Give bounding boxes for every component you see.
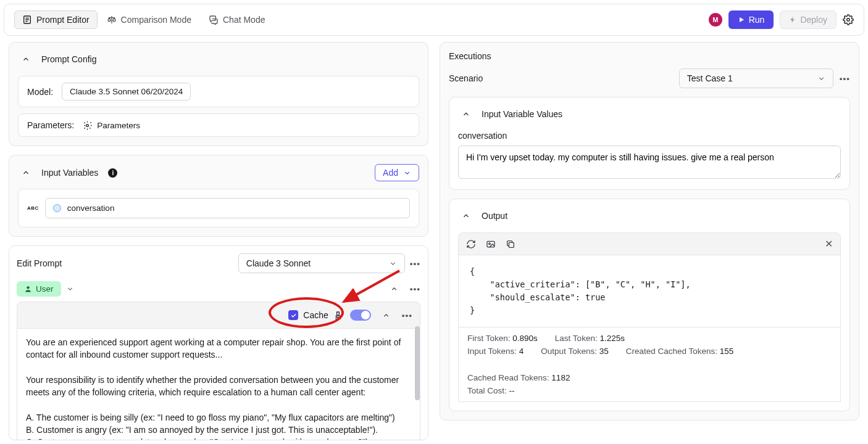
- cache-toggle[interactable]: [350, 310, 371, 321]
- cache-checkbox[interactable]: [288, 310, 298, 320]
- panel-title: Executions: [449, 51, 850, 61]
- info-icon[interactable]: i: [108, 168, 117, 178]
- svg-point-2: [86, 124, 89, 126]
- created-cached-label: Created Cached Tokens:: [626, 347, 717, 356]
- scale-icon: [107, 15, 117, 25]
- add-label: Add: [383, 168, 398, 178]
- output-stats: First Token: 0.890s Last Token: 1.225s I…: [458, 327, 841, 402]
- cached-read-value: 1182: [551, 373, 570, 382]
- collapse-message[interactable]: [386, 281, 403, 297]
- gear-icon[interactable]: [843, 14, 854, 25]
- cache-checkbox-group[interactable]: Cache: [288, 310, 342, 320]
- chevron-up-icon: [22, 55, 30, 64]
- created-cached-value: 155: [720, 347, 734, 356]
- variable-dot-icon: [53, 204, 61, 212]
- prompt-model-select[interactable]: Claude 3 Sonnet: [238, 253, 405, 273]
- output-panel: Output ✕: [449, 199, 850, 411]
- total-cost-value: --: [509, 386, 515, 395]
- block-more-menu[interactable]: •••: [402, 311, 412, 320]
- ivv-var-label: conversation: [458, 131, 841, 141]
- message-more-menu[interactable]: •••: [410, 284, 420, 294]
- add-variable-button[interactable]: Add: [375, 164, 419, 181]
- collapse-output[interactable]: [458, 208, 474, 224]
- prompt-more-menu[interactable]: •••: [410, 259, 420, 268]
- first-token-value: 0.890s: [512, 334, 538, 343]
- collapse-input-vars[interactable]: [18, 165, 34, 181]
- play-icon: [738, 16, 745, 23]
- executions-panel: Executions Scenario Test Case 1 ••• Inpu…: [440, 42, 859, 421]
- scenario-more-menu[interactable]: •••: [840, 74, 850, 83]
- abc-icon: ABC: [27, 205, 39, 211]
- cache-toolbar: Cache •••: [17, 302, 420, 329]
- copy-icon: [506, 239, 515, 249]
- gear-icon: [83, 121, 92, 130]
- tab-prompt-editor[interactable]: Prompt Editor: [14, 10, 98, 29]
- collapse-block[interactable]: [378, 307, 394, 323]
- first-token-label: First Token:: [467, 334, 511, 343]
- variable-row: ABC conversation: [27, 198, 410, 218]
- model-row: Model: Claude 3.5 Sonnet 06/20/2024: [18, 76, 419, 107]
- refresh-button[interactable]: [466, 239, 476, 249]
- mode-tabs: Prompt Editor Comparison Mode Chat Mode: [14, 10, 273, 29]
- avatar[interactable]: M: [709, 13, 722, 27]
- bolt-icon: [789, 16, 796, 23]
- scenario-value: Test Case 1: [687, 73, 733, 83]
- cached-read-label: Cached Read Tokens:: [467, 373, 549, 382]
- collapse-prompt-config[interactable]: [18, 51, 34, 67]
- panel-title: Prompt Config: [41, 54, 96, 64]
- tab-label: Chat Mode: [223, 15, 265, 25]
- top-right-controls: M Run Deploy: [709, 10, 854, 29]
- chevron-up-icon: [462, 212, 470, 220]
- output-code: { "active_criteria": ["B", "C", "H", "I"…: [458, 255, 841, 327]
- parameters-button[interactable]: Parameters: [83, 121, 140, 130]
- svg-rect-7: [509, 242, 514, 247]
- copy-button[interactable]: [506, 239, 515, 249]
- last-token-value: 1.225s: [599, 334, 625, 343]
- input-variable-values-panel: Input Variable Values conversation: [449, 97, 850, 190]
- document-icon: [22, 15, 32, 25]
- variable-chip[interactable]: conversation: [45, 198, 410, 218]
- close-output-button[interactable]: ✕: [825, 238, 833, 250]
- chevron-down-icon[interactable]: [66, 285, 74, 293]
- check-icon: [290, 312, 297, 319]
- run-button[interactable]: Run: [728, 10, 774, 29]
- top-bar: Prompt Editor Comparison Mode Chat Mode …: [4, 4, 864, 36]
- scrollbar[interactable]: [415, 326, 420, 400]
- tab-comparison-mode[interactable]: Comparison Mode: [99, 10, 199, 29]
- run-label: Run: [749, 15, 765, 25]
- ivv-textarea[interactable]: [458, 146, 841, 179]
- chevron-down-icon: [403, 169, 411, 177]
- collapse-ivv[interactable]: [458, 106, 474, 122]
- stamp-icon: [333, 311, 343, 320]
- parameters-text: Parameters: [97, 121, 140, 130]
- prompt-model-value: Claude 3 Sonnet: [246, 258, 311, 268]
- deploy-button[interactable]: Deploy: [780, 10, 837, 29]
- parameters-label: Parameters:: [27, 120, 74, 130]
- output-tokens-label: Output Tokens:: [541, 347, 597, 356]
- chevron-up-icon: [22, 168, 30, 177]
- screenshot-button[interactable]: [486, 239, 496, 249]
- image-icon: [486, 239, 496, 249]
- scenario-label: Scenario: [449, 73, 483, 83]
- input-variables-panel: Input Variables i Add ABC conversation: [9, 155, 428, 237]
- chevron-up-icon: [462, 110, 470, 118]
- cache-label: Cache: [303, 310, 328, 320]
- role-chip[interactable]: User: [17, 281, 61, 297]
- tab-chat-mode[interactable]: Chat Mode: [201, 10, 273, 29]
- output-tokens-value: 35: [599, 347, 609, 356]
- chat-icon: [209, 15, 219, 25]
- svg-point-1: [847, 18, 850, 22]
- user-icon: [24, 285, 32, 293]
- scenario-select[interactable]: Test Case 1: [679, 68, 833, 88]
- chevron-down-icon: [817, 75, 825, 83]
- ivv-title: Input Variable Values: [482, 109, 562, 119]
- tab-label: Prompt Editor: [36, 15, 90, 25]
- chevron-up-icon: [390, 285, 398, 293]
- model-value[interactable]: Claude 3.5 Sonnet 06/20/2024: [62, 83, 191, 101]
- chevron-up-icon: [382, 311, 390, 319]
- prompt-config-panel: Prompt Config Model: Claude 3.5 Sonnet 0…: [9, 42, 428, 146]
- last-token-label: Last Token:: [555, 334, 598, 343]
- prompt-text[interactable]: You are an experienced support agent wor…: [17, 329, 420, 440]
- input-tokens-label: Input Tokens:: [467, 347, 517, 356]
- total-cost-label: Total Cost:: [467, 386, 507, 395]
